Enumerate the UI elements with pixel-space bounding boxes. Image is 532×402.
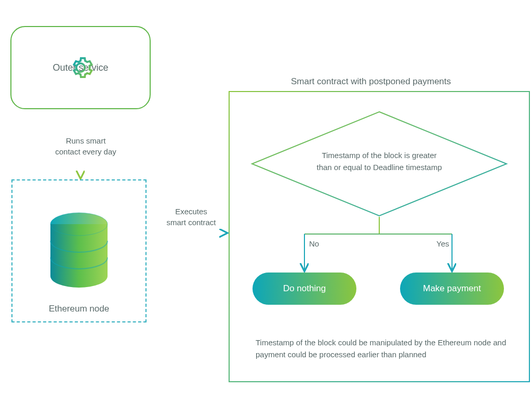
arrow-executes-label: Executes smart contract — [155, 206, 228, 228]
do-nothing-node: Do nothing — [252, 273, 356, 305]
decision-text: Timestamp of the block is greater than o… — [288, 150, 470, 173]
branch-no-label: No — [309, 239, 319, 248]
ethereum-node-box: Ethereum node — [11, 179, 147, 322]
arrow-executes-line2: smart contract — [166, 218, 216, 227]
make-payment-node: Make payment — [400, 273, 504, 305]
arrow-executes-line1: Executes — [175, 207, 207, 216]
outer-service-node: Outer service — [10, 26, 151, 109]
svg-rect-2 — [50, 224, 108, 276]
do-nothing-label: Do nothing — [283, 283, 326, 294]
svg-point-4 — [50, 213, 108, 236]
smart-contract-title: Smart contract with postponed payments — [291, 76, 451, 87]
branch-yes-label: Yes — [436, 239, 449, 248]
arrow-run-line2: contact every day — [55, 147, 116, 156]
ethereum-node-label: Ethereum node — [49, 304, 109, 314]
svg-point-1 — [50, 213, 108, 236]
arrow-run-line1: Runs smart — [66, 136, 106, 145]
outer-service-label: Outer service — [52, 62, 108, 73]
svg-point-3 — [50, 265, 108, 288]
decision-line1: Timestamp of the block is greater — [322, 151, 436, 160]
decision-line2: than or equal to Deadline timestamp — [317, 163, 442, 172]
make-payment-label: Make payment — [423, 283, 481, 294]
database-icon — [45, 210, 113, 293]
arrow-run-label: Runs smart contact every day — [47, 135, 125, 157]
footnote-text: Timestamp of the block could be manipula… — [256, 337, 515, 360]
